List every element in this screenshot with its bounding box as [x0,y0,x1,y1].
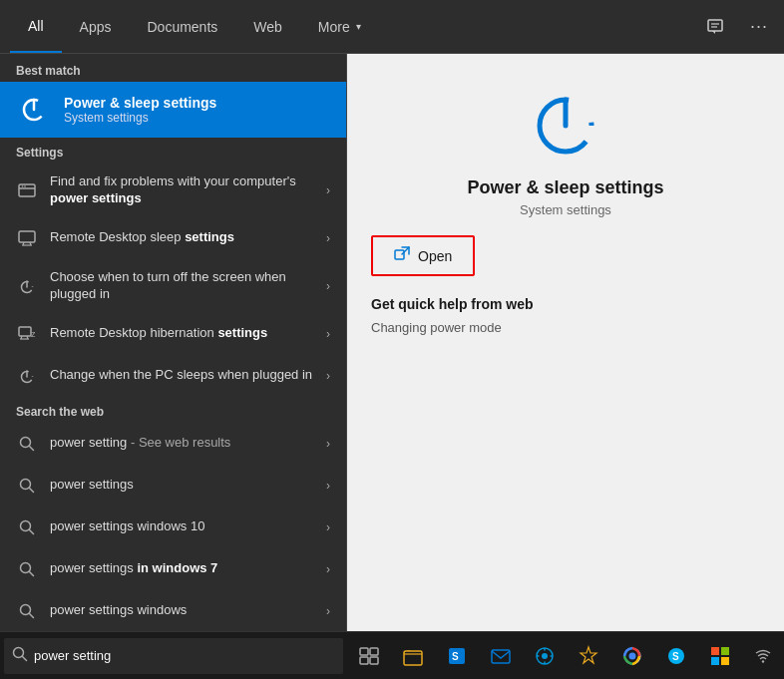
photos-icon[interactable] [525,636,565,676]
snipping-tool-icon[interactable] [569,636,608,676]
open-button[interactable]: Open [376,240,470,271]
wrench-icon [16,179,38,201]
tab-web[interactable]: Web [235,0,300,53]
svg-rect-40 [360,657,368,664]
app-icon-large [526,84,605,164]
tab-documents[interactable]: Documents [129,0,235,53]
search-icon [16,516,38,538]
external-link-icon [394,246,410,265]
chevron-down-icon: ▾ [356,21,361,32]
svg-line-25 [30,488,34,492]
web-item-3-text: power settings windows 10 [50,518,314,535]
best-match-item[interactable]: Power & sleep settings System settings [0,82,346,138]
svg-rect-60 [721,657,729,665]
list-item[interactable]: z Remote Desktop hibernation settings › [0,313,346,355]
skype-icon[interactable]: S [656,636,696,676]
chevron-right-icon: › [326,562,330,576]
chevron-right-icon: › [326,437,330,451]
best-match-title: Power & sleep settings [64,95,216,111]
app-title: Power & sleep settings [467,177,663,198]
taskbar-search-bar[interactable] [4,638,343,674]
microsoft-store-icon[interactable]: S [437,636,477,676]
search-icon [16,600,38,622]
svg-line-27 [30,529,34,533]
web-item-2-text: power settings [50,477,314,494]
svg-point-61 [762,660,764,662]
svg-rect-57 [711,647,719,655]
svg-rect-39 [370,648,378,655]
power-settings-icon [16,92,52,128]
svg-rect-38 [360,648,368,655]
web-search-item[interactable]: power settings › [0,465,346,507]
task-view-icon[interactable] [349,636,389,676]
right-panel: Power & sleep settings System settings O… [347,54,784,631]
power-icon [16,275,38,297]
taskbar: S [0,631,784,679]
tab-all[interactable]: All [10,0,62,53]
svg-rect-5 [19,184,35,196]
list-item[interactable]: Choose when to turn off the screen when … [0,259,346,313]
taskbar-icons: S [349,636,740,676]
search-icon [16,433,38,455]
chevron-right-icon: › [326,604,330,618]
left-panel: Best match Power & sleep settings System… [0,54,347,631]
svg-line-31 [30,613,34,617]
quick-help-title: Get quick help from web [371,296,534,312]
nav-icon-group: ··· [700,12,774,42]
more-options-icon[interactable]: ··· [744,12,774,42]
web-search-item[interactable]: power setting - See web results › [0,423,346,465]
chevron-right-icon: › [326,327,330,341]
quick-help-item[interactable]: Changing power mode [371,320,502,335]
open-label: Open [418,248,452,264]
mail-icon[interactable] [481,636,521,676]
chevron-right-icon: › [326,520,330,534]
svg-point-47 [542,653,548,659]
web-search-item[interactable]: power settings windows › [0,590,346,631]
svg-rect-9 [19,231,35,242]
system-tray: 12:00 PM 1/1/2021 [744,636,784,676]
best-match-text: Power & sleep settings System settings [64,95,216,125]
best-match-subtitle: System settings [64,111,216,125]
svg-rect-42 [404,651,422,665]
svg-text:z: z [31,329,36,339]
open-button-container: Open [371,235,475,276]
feedback-icon[interactable] [700,12,730,42]
svg-point-8 [24,185,26,187]
svg-line-29 [30,571,34,575]
main-container: Best match Power & sleep settings System… [0,54,784,631]
chevron-right-icon: › [326,279,330,293]
search-icon [16,558,38,580]
svg-rect-58 [721,647,729,655]
list-item[interactable]: Change when the PC sleeps when plugged i… [0,355,346,397]
chrome-icon[interactable] [612,636,652,676]
search-icon [16,475,38,497]
settings-section-label: Settings [0,138,346,164]
web-search-item[interactable]: power settings windows 10 › [0,507,346,548]
network-icon[interactable] [744,636,783,676]
svg-text:S: S [672,651,679,662]
tab-apps[interactable]: Apps [62,0,130,53]
svg-rect-34 [395,250,404,259]
taskbar-search-input[interactable] [34,648,335,663]
chevron-right-icon: › [326,369,330,383]
svg-marker-52 [581,647,596,663]
web-item-4-text: power settings in windows 7 [50,560,314,577]
chevron-right-icon: › [326,479,330,493]
settings-item-1-text: Find and fix problems with your computer… [50,173,314,207]
settings-item-2-text: Remote Desktop sleep settings [50,229,314,246]
list-item[interactable]: Remote Desktop sleep settings › [0,217,346,259]
hibernation-icon: z [16,323,38,345]
web-item-5-text: power settings windows [50,602,314,619]
settings-item-3-text: Choose when to turn off the screen when … [50,269,314,303]
file-explorer-icon[interactable] [393,636,433,676]
web-item-1-text: power setting - See web results [50,435,314,452]
svg-rect-41 [370,657,378,664]
list-item[interactable]: Find and fix problems with your computer… [0,164,346,217]
svg-rect-45 [492,650,510,663]
chevron-right-icon: › [326,183,330,197]
svg-line-23 [30,446,34,450]
windows-app-icon[interactable] [700,636,740,676]
settings-item-5-text: Change when the PC sleeps when plugged i… [50,367,314,384]
web-search-item[interactable]: power settings in windows 7 › [0,548,346,590]
tab-more[interactable]: More ▾ [300,0,379,53]
